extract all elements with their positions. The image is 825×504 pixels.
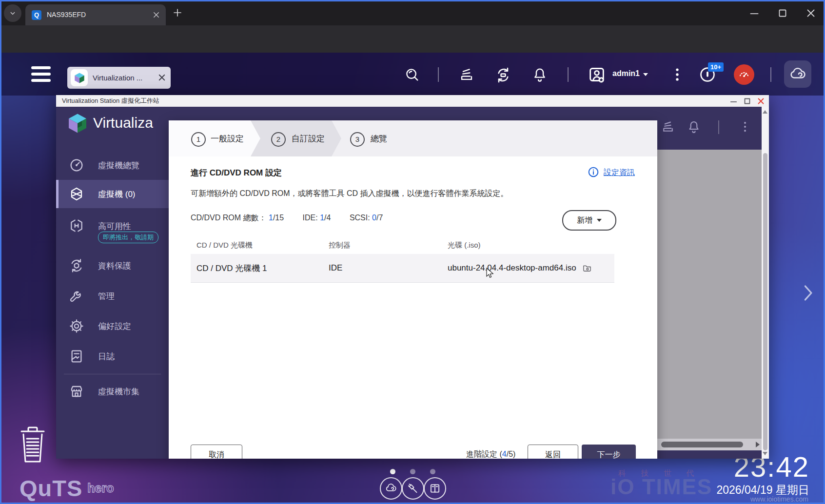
back-button[interactable]: 返回 — [528, 445, 578, 459]
vs-window-titlebar[interactable]: Virtualization Station 虛擬化工作站 — [56, 95, 769, 107]
iso-browse-icon[interactable] — [582, 263, 592, 273]
username-label: admin1 — [612, 69, 640, 78]
user-avatar-icon[interactable] — [587, 65, 607, 84]
recycle-bin-icon[interactable] — [18, 425, 48, 465]
vs-tasks-icon[interactable] — [661, 119, 675, 134]
window-close-icon[interactable] — [757, 97, 765, 105]
step-3-circle: 3 — [350, 132, 365, 147]
sidebar-item-vm-market[interactable]: 虛擬機市集 — [56, 378, 169, 405]
add-button[interactable]: 新增 — [562, 210, 616, 231]
sidebar-item-management[interactable]: 管理 — [56, 282, 169, 310]
sidebar-item-high-availability[interactable]: 高可用性 即將推出，敬請期 — [56, 210, 169, 247]
wallpaper-dot[interactable] — [430, 469, 435, 474]
table-header-row: CD / DVD 光碟機 控制器 光碟 (.iso) — [191, 236, 614, 254]
more-options-icon[interactable] — [669, 66, 686, 83]
window-minimize-icon[interactable] — [729, 97, 738, 105]
add-caret-icon — [597, 219, 602, 222]
watermark-site: www.ioiotimes.com — [750, 495, 808, 503]
vs-bell-icon[interactable] — [687, 119, 701, 134]
wallpaper-dot[interactable] — [410, 469, 415, 474]
vs-app-icon — [71, 69, 88, 86]
vm-market-icon — [69, 384, 84, 399]
step-3-label: 總覽 — [371, 133, 387, 144]
scroll-down-icon[interactable] — [763, 452, 767, 455]
col-drive: CD / DVD 光碟機 — [196, 241, 253, 250]
tab-close-icon[interactable] — [152, 10, 161, 19]
cloud-shortcut-icon[interactable] — [380, 477, 402, 500]
step-2-circle: 2 — [271, 132, 286, 147]
new-tab-button[interactable] — [172, 7, 183, 19]
vs-app-body: Virtualiza 虛擬機總覽 虛擬機 (0) 高可用性 即將推出，敬請期 — [56, 107, 769, 459]
topbar-divider — [770, 67, 771, 82]
step-2-label: 自訂設定 — [292, 133, 325, 144]
screen: Q NAS935EFD — [0, 0, 825, 504]
data-protection-icon — [69, 258, 84, 273]
dropdown-caret-icon — [643, 73, 648, 76]
topbar-divider — [438, 67, 439, 82]
cd-dvd-wizard-dialog: 1 一般設定 2 自訂設定 3 總覽 進行 CD/DVD ROM 設定 設定資訊… — [169, 120, 657, 459]
sidebar-item-vm-list[interactable]: 虛擬機 (0) — [56, 180, 169, 208]
tools-shortcut-icon[interactable] — [402, 477, 424, 500]
mouse-cursor — [484, 267, 496, 281]
browser-tab-strip: Q NAS935EFD — [0, 0, 825, 25]
info-icon — [588, 166, 599, 178]
browser-tab[interactable]: Q NAS935EFD — [25, 4, 166, 25]
vertical-scrollbar[interactable] — [762, 107, 769, 459]
sidebar-item-vm-overview[interactable]: 虛擬機總覽 — [56, 152, 169, 179]
qnap-desktop: admin1 10+ QuTShero 科 技 世 代 iO TIMES 23:… — [0, 53, 825, 504]
cancel-button[interactable]: 取消 — [191, 445, 242, 459]
sync-icon[interactable] — [494, 66, 511, 83]
next-wallpaper-icon[interactable] — [800, 281, 816, 305]
notifications-icon[interactable] — [531, 66, 548, 83]
col-controller: 控制器 — [329, 241, 351, 250]
logs-icon — [69, 349, 84, 364]
vertical-scrollbar-thumb[interactable] — [763, 153, 767, 450]
scroll-up-icon[interactable] — [763, 110, 767, 114]
search-icon[interactable] — [404, 66, 420, 83]
preferences-icon — [69, 318, 84, 334]
manual-shortcut-icon[interactable] — [424, 477, 446, 500]
background-tasks-icon[interactable] — [458, 66, 475, 83]
topbar-divider — [568, 67, 569, 82]
tab-search-button[interactable] — [4, 4, 21, 22]
sidebar-item-preferences[interactable]: 偏好設定 — [56, 312, 169, 340]
wizard-description: 可新增額外的 CD/DVD ROM，或將客體工具 CD 插入虛擬機，以便進行客體… — [191, 189, 509, 199]
dashboard-icon[interactable] — [734, 64, 754, 85]
username-menu[interactable]: admin1 — [612, 69, 648, 78]
notification-count-badge: 10+ — [708, 62, 724, 72]
horizontal-scrollbar-thumb[interactable] — [661, 442, 743, 447]
window-maximize-icon[interactable] — [743, 97, 751, 105]
sidebar-item-logs[interactable]: 日誌 — [56, 343, 169, 370]
coming-soon-badge: 即將推出，敬請期 — [98, 232, 158, 243]
sidebar-divider — [64, 374, 161, 374]
col-iso: 光碟 (.iso) — [448, 241, 481, 250]
os-logo: QuTShero — [20, 475, 114, 502]
watermark-cn: 科 技 世 代 — [618, 468, 700, 479]
next-button[interactable]: 下一步 — [582, 445, 636, 459]
sidebar-item-data-protection[interactable]: 資料保護 — [56, 252, 169, 279]
os-logo-main: QuTS — [20, 475, 82, 501]
vs-more-icon[interactable] — [738, 119, 752, 134]
browser-close-icon[interactable] — [805, 7, 817, 19]
myqnapcloud-icon[interactable] — [784, 60, 811, 88]
vs-sidebar: Virtualiza 虛擬機總覽 虛擬機 (0) 高可用性 即將推出，敬請期 — [56, 107, 169, 459]
chevron-down-icon — [8, 9, 17, 18]
step-1-label: 一般設定 — [211, 133, 244, 144]
main-menu-icon[interactable] — [31, 66, 51, 85]
wallpaper-dot-active[interactable] — [390, 469, 395, 474]
rom-stats: CD/DVD ROM 總數： 1/15 IDE: 1/4 SCSI: 0/7 — [191, 213, 399, 223]
browser-minimize-icon[interactable] — [748, 7, 761, 19]
scroll-right-icon[interactable] — [756, 442, 760, 447]
taskbar-app-close-icon[interactable] — [157, 73, 166, 82]
table-row[interactable]: CD / DVD 光碟機 1 IDE ubuntu-24.04.4-deskto… — [191, 254, 614, 283]
management-icon — [69, 288, 84, 304]
ha-icon — [69, 218, 84, 233]
vm-list-icon — [69, 186, 84, 202]
step-1-circle: 1 — [191, 132, 206, 147]
advanced-settings-label: 進階設定 (4/5) — [466, 449, 515, 459]
browser-maximize-icon[interactable] — [776, 7, 789, 19]
vs-window-title: Virtualization Station 虛擬化工作站 — [62, 95, 159, 107]
settings-info-link[interactable]: 設定資訊 — [604, 168, 635, 178]
horizontal-scrollbar[interactable] — [657, 439, 762, 450]
taskbar-app-chip[interactable]: Virtualization ... — [67, 67, 171, 89]
